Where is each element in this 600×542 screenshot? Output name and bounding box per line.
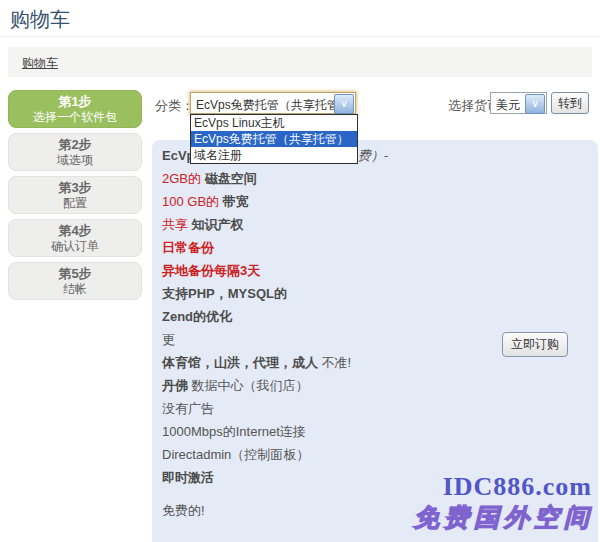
- feature-text: 100 GB的: [162, 194, 219, 209]
- feature-text: 1000Mbps的Internet连接: [162, 424, 306, 439]
- feature-line: 共享 知识产权: [162, 217, 588, 233]
- feature-text: 体育馆，山洪，代理，成人: [162, 355, 318, 370]
- feature-line: 体育馆，山洪，代理，成人 不准!: [162, 355, 588, 371]
- page-title: 购物车: [10, 6, 70, 33]
- feature-line: Zend的优化: [162, 309, 588, 325]
- step-label: 结帐: [9, 282, 141, 297]
- step-label: 选择一个软件包: [9, 110, 141, 125]
- category-label: 分类：: [155, 97, 194, 115]
- feature-text: 数据中心（我们店）: [188, 378, 309, 393]
- category-select-value: EcVps免费托管（共享托管）: [196, 97, 335, 114]
- category-option-1[interactable]: EcVps Linux主机: [191, 115, 357, 131]
- category-dropdown-list: EcVps Linux主机EcVps免费托管（共享托管）域名注册: [190, 114, 358, 164]
- step-2[interactable]: 第2步域选项: [8, 133, 142, 171]
- feature-text: 知识产权: [188, 217, 244, 232]
- order-now-button[interactable]: 立即订购: [502, 332, 568, 357]
- feature-text: 更: [162, 332, 175, 347]
- step-label: 配置: [9, 196, 141, 211]
- step-number: 第3步: [9, 180, 141, 196]
- feature-text: 日常备份: [162, 240, 214, 255]
- feature-text: 支持PHP，MYSQL的: [162, 286, 287, 301]
- feature-text: 共享: [162, 217, 188, 232]
- watermark-slogan: 免费国外空间: [414, 501, 594, 534]
- watermark-site: IDC886.com: [443, 472, 592, 502]
- feature-text: 不准!: [318, 355, 351, 370]
- step-5[interactable]: 第5步结帐: [8, 262, 142, 300]
- step-label: 域选项: [9, 153, 141, 168]
- feature-line: 异地备份每隔3天: [162, 263, 588, 279]
- feature-line: 支持PHP，MYSQL的: [162, 286, 588, 302]
- category-select[interactable]: EcVps免费托管（共享托管） ∨: [190, 92, 356, 114]
- currency-go-button[interactable]: 转到: [551, 92, 589, 114]
- feature-text: 带宽: [219, 194, 249, 209]
- currency-select-value: 美元: [496, 97, 526, 114]
- step-number: 第4步: [9, 223, 141, 239]
- feature-line: 丹佛 数据中心（我们店）: [162, 378, 588, 394]
- shopping-cart-page: 购物车 购物车 第1步选择一个软件包第2步域选项第3步配置第4步确认订单第5步结…: [0, 0, 600, 542]
- title-divider: [0, 36, 600, 37]
- feature-text: 没有广告: [162, 401, 214, 416]
- step-number: 第1步: [9, 94, 141, 110]
- feature-line: 2GB的 磁盘空间: [162, 171, 588, 187]
- step-label: 确认订单: [9, 239, 141, 254]
- feature-text: Zend的优化: [162, 309, 232, 324]
- feature-text: 异地备份每隔3天: [162, 263, 260, 278]
- currency-select[interactable]: 美元 ∨: [490, 92, 547, 114]
- chevron-down-icon[interactable]: ∨: [525, 94, 545, 114]
- feature-text: 即时激活: [162, 470, 214, 485]
- feature-text: 磁盘空间: [201, 171, 257, 186]
- step-3[interactable]: 第3步配置: [8, 176, 142, 214]
- feature-text: 丹佛: [162, 378, 188, 393]
- feature-list: 2GB的 磁盘空间100 GB的 带宽共享 知识产权日常备份异地备份每隔3天支持…: [162, 171, 588, 486]
- feature-text: Directadmin（控制面板）: [162, 447, 309, 462]
- step-4[interactable]: 第4步确认订单: [8, 219, 142, 257]
- step-1[interactable]: 第1步选择一个软件包: [8, 90, 142, 128]
- category-option-2[interactable]: EcVps免费托管（共享托管）: [191, 131, 357, 147]
- breadcrumb-cart-link[interactable]: 购物车: [22, 55, 58, 72]
- category-option-3[interactable]: 域名注册: [191, 147, 357, 163]
- feature-text: 2GB的: [162, 171, 201, 186]
- step-number: 第2步: [9, 137, 141, 153]
- feature-line: 没有广告: [162, 401, 588, 417]
- feature-line: Directadmin（控制面板）: [162, 447, 588, 463]
- chevron-down-icon[interactable]: ∨: [334, 94, 354, 114]
- feature-line: 1000Mbps的Internet连接: [162, 424, 588, 440]
- feature-line: 日常备份: [162, 240, 588, 256]
- step-number: 第5步: [9, 266, 141, 282]
- breadcrumb: 购物车: [8, 47, 592, 77]
- feature-line: 100 GB的 带宽: [162, 194, 588, 210]
